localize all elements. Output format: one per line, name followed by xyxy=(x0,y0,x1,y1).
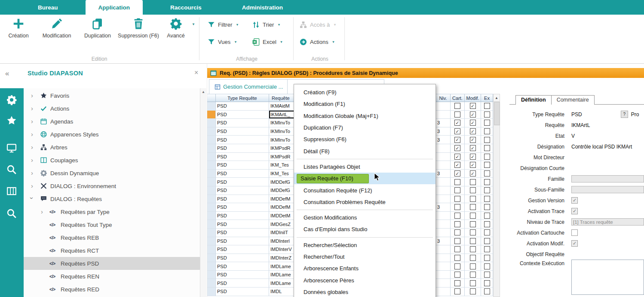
ex-checkbox[interactable] xyxy=(484,170,490,176)
ex-checkbox[interactable] xyxy=(484,221,490,227)
menu-item-arborescence-enfants[interactable]: Arborescence Enfants xyxy=(294,263,435,274)
filtrer-button[interactable]: Filtrer▼ xyxy=(207,21,239,29)
ex-checkbox[interactable] xyxy=(484,272,490,278)
row-selector[interactable] xyxy=(207,170,216,178)
ex-checkbox[interactable] xyxy=(484,162,490,168)
close-sidebar-icon[interactable]: × xyxy=(194,69,198,77)
ribbon-tab-administration[interactable]: Administration xyxy=(229,0,296,15)
table-scrollbar[interactable]: ▲ xyxy=(493,94,500,297)
star-icon[interactable] xyxy=(6,115,17,126)
modif-checkbox[interactable]: ✓ xyxy=(470,154,476,160)
row-selector[interactable] xyxy=(207,144,216,153)
tab-commentaire[interactable]: Commentaire xyxy=(551,95,595,105)
vues-button[interactable]: Vues▼ xyxy=(207,38,237,46)
field-input[interactable] xyxy=(571,186,644,193)
field-textarea[interactable] xyxy=(571,260,644,295)
tree-item-requetes-red[interactable]: </>Requêtes RED xyxy=(24,283,200,296)
dropdown-arrow-icon[interactable]: ▼ xyxy=(192,22,195,26)
tree-item-dialog-requetes[interactable]: ›DIALOG : Requêtes xyxy=(24,192,200,205)
cart-checkbox[interactable] xyxy=(454,204,460,210)
row-selector[interactable] xyxy=(207,203,216,212)
scroll-up-icon[interactable]: ▲ xyxy=(200,88,206,94)
excel-button[interactable]: Excel▼ xyxy=(252,38,283,46)
modif-checkbox[interactable] xyxy=(470,187,476,193)
row-selector[interactable] xyxy=(207,127,216,136)
menu-item-duplication-f7[interactable]: Duplication (F7) xyxy=(294,122,435,133)
menu-item-consultation-requete-f12[interactable]: Consultation Requête (F12) xyxy=(294,184,435,196)
cart-checkbox[interactable] xyxy=(454,288,460,294)
ex-checkbox[interactable] xyxy=(484,280,490,286)
modif-checkbox[interactable]: ✓ xyxy=(470,111,476,118)
modif-checkbox[interactable] xyxy=(470,221,476,227)
row-selector[interactable] xyxy=(207,262,216,271)
row-selector[interactable] xyxy=(207,111,216,119)
menu-item-saisie-requete-f10[interactable]: Saisie Requête (F10) xyxy=(294,173,435,184)
search-icon[interactable] xyxy=(6,164,17,175)
row-selector[interactable] xyxy=(207,161,216,170)
row-selector[interactable] xyxy=(207,271,216,279)
cart-checkbox[interactable]: ✓ xyxy=(454,128,460,134)
cart-checkbox[interactable] xyxy=(454,187,460,193)
ex-checkbox[interactable] xyxy=(484,238,490,244)
dropdown-arrow-icon[interactable]: ▼ xyxy=(234,40,237,44)
ribbon-tab-raccourcis[interactable]: Raccourcis xyxy=(157,0,215,15)
menu-item-cas-d-emploi-dans-studio[interactable]: Cas d'Emploi dans Studio xyxy=(294,223,435,235)
duplication-button[interactable]: Duplication xyxy=(81,17,114,40)
modif-checkbox[interactable]: ✓ xyxy=(470,137,476,143)
column-header-modif[interactable]: Modif. xyxy=(465,94,481,102)
menu-item-arborescence-peres[interactable]: Arborescence Pères xyxy=(294,274,435,286)
modif-checkbox[interactable] xyxy=(470,272,476,278)
modif-checkbox[interactable] xyxy=(470,213,476,219)
menu-item-modification-globale-maj-f1[interactable]: Modification Globale (Maj+F1) xyxy=(294,110,435,122)
cart-checkbox[interactable]: ✓ xyxy=(454,120,460,126)
ribbon-tab-application[interactable]: Application xyxy=(86,0,143,15)
chevron-down-icon[interactable]: › xyxy=(28,197,36,199)
modif-checkbox[interactable] xyxy=(470,196,476,202)
dropdown-arrow-icon[interactable]: ▼ xyxy=(332,40,335,44)
ex-checkbox[interactable] xyxy=(484,137,490,143)
tree-item-agendas[interactable]: ›Agendas xyxy=(24,115,200,128)
ex-checkbox[interactable] xyxy=(484,204,490,210)
menu-item-rechercher-tout[interactable]: Rechercher/Tout xyxy=(294,251,435,263)
row-selector[interactable] xyxy=(207,153,216,161)
menu-item-modification-f1[interactable]: Modification (F1) xyxy=(294,98,435,110)
cart-checkbox[interactable] xyxy=(454,263,460,269)
tree-item-requetes-ren[interactable]: </>Requêtes REN xyxy=(24,270,200,283)
chevron-right-icon[interactable]: › xyxy=(31,118,33,125)
monitor-icon[interactable] xyxy=(6,142,17,154)
cart-checkbox[interactable] xyxy=(454,280,460,286)
tree-item-requetes-par-type[interactable]: ›</>Requêtes par Type xyxy=(24,205,200,218)
dropdown-arrow-icon[interactable]: ▼ xyxy=(280,40,283,44)
ex-checkbox[interactable] xyxy=(484,154,490,160)
actions-button[interactable]: Actions▼ xyxy=(299,38,335,46)
cart-checkbox[interactable] xyxy=(454,238,460,244)
tree-item-actions[interactable]: ›Actions xyxy=(24,102,200,115)
modif-checkbox[interactable] xyxy=(470,263,476,269)
menu-item-donnees-globales[interactable]: Données globales xyxy=(294,286,435,297)
avance-button[interactable]: Avancé▼ xyxy=(163,17,188,40)
tree-item-apparences-styles[interactable]: ›Apparences Styles xyxy=(24,128,200,141)
document-tab-active[interactable]: Gestion Commerciale ... xyxy=(209,79,288,94)
ex-checkbox[interactable] xyxy=(484,229,490,235)
field-checkbox[interactable]: ✓ xyxy=(571,197,578,204)
row-selector[interactable] xyxy=(207,288,216,296)
tab-definition[interactable]: Définition xyxy=(515,95,552,105)
tree-item-couplages[interactable]: ›Couplages xyxy=(24,154,200,167)
tree-item-requetes-reb[interactable]: </>Requêtes REB xyxy=(24,231,200,244)
modif-checkbox[interactable] xyxy=(470,246,476,252)
chevron-right-icon[interactable]: › xyxy=(31,182,33,189)
trier-button[interactable]: Trier▼ xyxy=(252,21,281,29)
gear-icon[interactable] xyxy=(6,94,17,105)
ex-checkbox[interactable] xyxy=(484,179,490,185)
cart-checkbox[interactable] xyxy=(454,255,460,261)
row-selector[interactable] xyxy=(207,212,216,220)
scroll-up-icon[interactable]: ▲ xyxy=(494,94,500,102)
modif-checkbox[interactable]: ✓ xyxy=(470,120,476,126)
menu-item-creation-f9[interactable]: Création (F9) xyxy=(294,87,435,98)
menu-item-detail-f8[interactable]: Détail (F8) xyxy=(294,145,435,157)
ex-checkbox[interactable] xyxy=(484,246,490,252)
table-icon[interactable] xyxy=(6,186,17,197)
row-selector[interactable] xyxy=(207,195,216,204)
help-button[interactable]: ? xyxy=(621,111,628,118)
tree-item-dialog-environnement[interactable]: ›DIALOG : Environnement xyxy=(24,179,200,192)
